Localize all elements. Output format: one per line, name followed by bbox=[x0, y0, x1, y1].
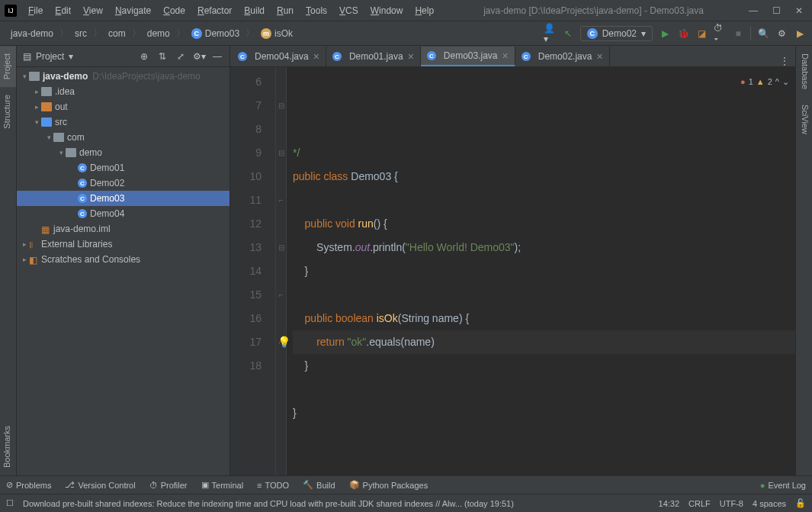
breadcrumb-item[interactable]: src bbox=[70, 27, 91, 40]
tree-ext-lib[interactable]: ▸⫴External Libraries bbox=[17, 237, 229, 252]
code-content[interactable]: ●1 ▲2 ^ ⌄ */public class Demo03 { public… bbox=[287, 67, 795, 475]
event-log[interactable]: ●Event Log bbox=[760, 481, 806, 490]
debug-button[interactable]: 🐞 bbox=[677, 27, 689, 40]
left-tab-project[interactable]: Project bbox=[0, 46, 16, 87]
learn-icon[interactable]: ▶ bbox=[794, 27, 806, 40]
tree-iml[interactable]: ▦java-demo.iml bbox=[17, 221, 229, 237]
menu-code[interactable]: Code bbox=[158, 3, 191, 18]
panel-title-dropdown[interactable]: ▤ Project ▾ bbox=[23, 51, 132, 62]
lock-icon[interactable]: 🔓 bbox=[795, 498, 806, 508]
breadcrumb-item[interactable]: demo bbox=[143, 27, 175, 40]
status-sep[interactable]: CRLF bbox=[688, 499, 711, 508]
editor-tab[interactable]: CDemo04.java× bbox=[232, 47, 326, 66]
user-icon[interactable]: 👤▾ bbox=[544, 27, 556, 40]
tab-label: Demo01.java bbox=[349, 51, 403, 62]
tree-src[interactable]: ▾src bbox=[17, 114, 229, 130]
tool-icon: ≡ bbox=[257, 481, 262, 490]
menu-refactor[interactable]: Refactor bbox=[192, 3, 237, 18]
menu-run[interactable]: Run bbox=[271, 3, 299, 18]
menu-vcs[interactable]: VCS bbox=[334, 3, 364, 18]
bottom-tool-python-packages[interactable]: 📦Python Packages bbox=[349, 480, 428, 490]
close-tab-icon[interactable]: × bbox=[313, 50, 319, 63]
menu-edit[interactable]: Edit bbox=[50, 3, 76, 18]
tool-icon: ▣ bbox=[201, 480, 209, 490]
profile-button[interactable]: ⏱▾ bbox=[714, 27, 726, 40]
menu-file[interactable]: File bbox=[23, 3, 48, 18]
menu-tools[interactable]: Tools bbox=[300, 3, 332, 18]
tree-file-demo02[interactable]: CDemo02 bbox=[17, 175, 229, 191]
inspection-widget[interactable]: ●1 ▲2 ^ ⌄ bbox=[740, 70, 789, 94]
editor-tab[interactable]: CDemo01.java× bbox=[326, 47, 421, 66]
right-tab-sciview[interactable]: SciView bbox=[796, 97, 812, 142]
settings-icon[interactable]: ⚙ bbox=[775, 27, 788, 40]
class-icon: C bbox=[78, 179, 87, 188]
collapse-all-icon[interactable]: ⤢ bbox=[175, 50, 187, 63]
right-tool-strip: Database SciView bbox=[795, 46, 812, 475]
status-message[interactable]: Download pre-built shared indexes: Reduc… bbox=[23, 499, 650, 508]
close-tab-icon[interactable]: × bbox=[408, 50, 414, 63]
close-tab-icon[interactable]: × bbox=[502, 50, 509, 62]
left-tool-strip: Project Structure Bookmarks bbox=[0, 46, 17, 475]
editor-tab[interactable]: CDemo02.java× bbox=[515, 47, 610, 66]
tree-idea[interactable]: ▸.idea bbox=[17, 84, 229, 99]
code-editor[interactable]: 6789101112131415161718 ⊟⊟⌐⊟⌐⌐ ●1 ▲2 ^ ⌄ … bbox=[230, 67, 795, 475]
editor-tab[interactable]: CDemo03.java× bbox=[421, 47, 515, 66]
tree-demo[interactable]: ▾demo bbox=[17, 145, 229, 160]
maximize-button[interactable]: ☐ bbox=[771, 5, 782, 16]
breadcrumb-item[interactable]: misOk bbox=[256, 27, 297, 40]
select-opened-icon[interactable]: ⊕ bbox=[138, 50, 150, 63]
left-tab-bookmarks[interactable]: Bookmarks bbox=[0, 418, 16, 475]
chevron-down-icon[interactable]: ⌄ bbox=[782, 70, 789, 94]
tree-scratches[interactable]: ▸◧Scratches and Consoles bbox=[17, 252, 229, 267]
bottom-tool-todo[interactable]: ≡TODO bbox=[257, 481, 289, 490]
tab-label: Demo02.java bbox=[538, 51, 592, 62]
bottom-tool-profiler[interactable]: ⏱Profiler bbox=[149, 481, 188, 490]
tree-file-demo04[interactable]: CDemo04 bbox=[17, 206, 229, 221]
left-tab-structure[interactable]: Structure bbox=[0, 87, 16, 137]
status-bar: ☐ Download pre-built shared indexes: Red… bbox=[0, 494, 812, 512]
bottom-tool-version-control[interactable]: ⎇Version Control bbox=[65, 480, 135, 490]
nav-bar: java-demo〉src〉com〉demo〉CDemo03〉misOk 👤▾ … bbox=[0, 21, 812, 46]
search-icon[interactable]: 🔍 bbox=[757, 27, 769, 40]
breadcrumb-item[interactable]: CDemo03 bbox=[187, 27, 244, 40]
menu-view[interactable]: View bbox=[78, 3, 108, 18]
hide-panel-icon[interactable]: — bbox=[211, 50, 223, 63]
tree-file-demo03[interactable]: CDemo03 bbox=[17, 191, 229, 206]
run-config-select[interactable]: C Demo02 ▾ bbox=[580, 26, 653, 41]
status-enc[interactable]: UTF-8 bbox=[720, 499, 743, 508]
stop-button[interactable]: ■ bbox=[732, 27, 744, 40]
coverage-button[interactable]: ◪ bbox=[695, 27, 708, 40]
expand-all-icon[interactable]: ⇅ bbox=[156, 50, 168, 63]
title-bar: IJ FileEditViewNavigateCodeRefactorBuild… bbox=[0, 0, 812, 21]
menu-help[interactable]: Help bbox=[409, 3, 439, 18]
close-tab-icon[interactable]: × bbox=[596, 50, 602, 63]
breadcrumb-item[interactable]: com bbox=[104, 27, 130, 40]
chevron-down-icon: ▾ bbox=[69, 51, 73, 62]
tree-com[interactable]: ▾com bbox=[17, 130, 229, 145]
menu-navigate[interactable]: Navigate bbox=[110, 3, 156, 18]
dropdown-icon: ▾ bbox=[641, 28, 646, 39]
bottom-tool-build[interactable]: 🔨Build bbox=[303, 480, 335, 490]
window-title: java-demo [D:\IdeaProjects\java-demo] - … bbox=[439, 5, 748, 16]
panel-settings-icon[interactable]: ⚙▾ bbox=[193, 50, 205, 63]
right-tab-database[interactable]: Database bbox=[796, 46, 812, 97]
tree-file-demo01[interactable]: CDemo01 bbox=[17, 160, 229, 175]
tree-out[interactable]: ▸out bbox=[17, 99, 229, 114]
class-icon: C bbox=[332, 52, 342, 61]
bottom-tool-problems[interactable]: ⊘Problems bbox=[6, 480, 51, 490]
bottom-tool-terminal[interactable]: ▣Terminal bbox=[201, 480, 244, 490]
minimize-button[interactable]: — bbox=[748, 5, 759, 16]
tree-root[interactable]: ▾ java-demo D:\IdeaProjects\java-demo bbox=[17, 69, 229, 84]
menu-window[interactable]: Window bbox=[365, 3, 409, 18]
status-indent[interactable]: 4 spaces bbox=[753, 499, 786, 508]
breadcrumb-item[interactable]: java-demo bbox=[6, 27, 58, 40]
rollback-icon[interactable]: ↖ bbox=[562, 27, 574, 40]
status-icon[interactable]: ☐ bbox=[6, 498, 14, 508]
menu-build[interactable]: Build bbox=[239, 3, 270, 18]
root-name: java-demo bbox=[43, 71, 88, 82]
chevron-up-icon[interactable]: ^ bbox=[775, 70, 779, 94]
run-button[interactable]: ▶ bbox=[659, 27, 671, 40]
tab-menu-icon[interactable]: ⋮ bbox=[774, 56, 795, 66]
status-pos[interactable]: 14:32 bbox=[659, 499, 680, 508]
close-button[interactable]: ✕ bbox=[794, 5, 804, 16]
